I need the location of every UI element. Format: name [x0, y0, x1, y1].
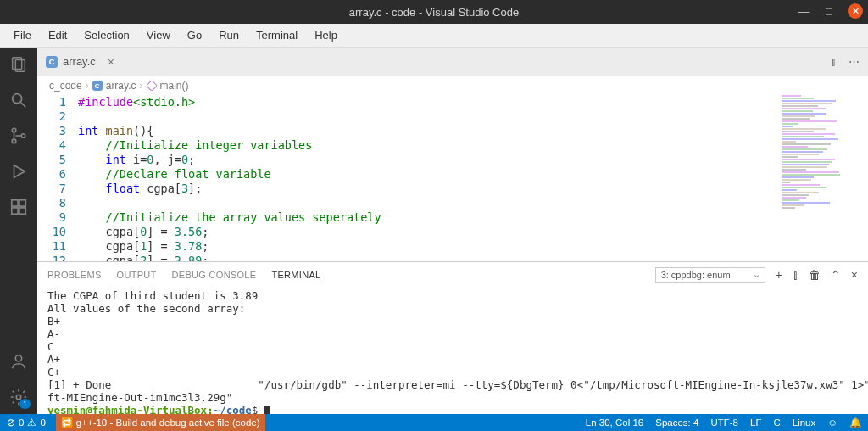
- panel-tabbar: PROBLEMSOUTPUTDEBUG CONSOLETERMINAL 3: c…: [37, 262, 868, 288]
- tab-close-icon[interactable]: ×: [108, 55, 114, 69]
- bottom-panel: PROBLEMSOUTPUTDEBUG CONSOLETERMINAL 3: c…: [37, 261, 868, 414]
- terminal-selector[interactable]: 3: cppdbg: enum: [655, 267, 765, 283]
- status-encoding[interactable]: UTF-8: [710, 417, 738, 428]
- tab-filename: array.c: [63, 55, 96, 68]
- menu-selection[interactable]: Selection: [75, 25, 137, 45]
- status-line-col[interactable]: Ln 30, Col 16: [586, 417, 643, 428]
- svg-rect-14: [147, 81, 157, 91]
- feedback-icon[interactable]: ☺: [827, 417, 837, 428]
- window-title: array.c - code - Visual Studio Code: [349, 6, 519, 19]
- run-debug-icon[interactable]: [8, 161, 29, 182]
- status-errors[interactable]: ⊘ 0 ⚠ 0: [7, 417, 46, 428]
- breadcrumbs[interactable]: c_code › C array.c › main(): [37, 76, 868, 95]
- chevron-right-icon: ›: [140, 80, 143, 92]
- svg-point-4: [12, 128, 16, 132]
- explorer-icon[interactable]: [8, 54, 29, 75]
- breadcrumb-file[interactable]: array.c: [106, 80, 136, 92]
- status-language[interactable]: C: [773, 417, 780, 428]
- code-editor[interactable]: 1234567891011121314 #include<stdio.h>int…: [37, 95, 868, 261]
- status-indent[interactable]: Spaces: 4: [655, 417, 698, 428]
- svg-point-13: [16, 395, 21, 400]
- new-terminal-icon[interactable]: +: [776, 268, 782, 282]
- editor-area: C array.c × ⫿ ⋯ c_code › C array.c › mai…: [37, 48, 868, 414]
- panel-tab-output[interactable]: OUTPUT: [117, 270, 157, 280]
- menu-run[interactable]: Run: [210, 25, 248, 45]
- breadcrumb-symbol[interactable]: main(): [160, 80, 189, 92]
- status-debug-task[interactable]: 🔁 g++-10 - Build and debug active file (…: [56, 414, 265, 431]
- more-actions-icon[interactable]: ⋯: [849, 55, 860, 68]
- terminal-output[interactable]: The CGPA of third student is 3.89All val…: [37, 288, 868, 414]
- maximize-button[interactable]: □: [822, 4, 836, 18]
- svg-point-5: [12, 139, 16, 143]
- c-file-icon: C: [92, 81, 103, 91]
- menu-view[interactable]: View: [138, 25, 179, 45]
- menu-edit[interactable]: Edit: [40, 25, 75, 45]
- settings-icon[interactable]: 1: [8, 387, 29, 407]
- extensions-icon[interactable]: [8, 197, 29, 217]
- menu-help[interactable]: Help: [306, 25, 346, 45]
- svg-rect-9: [19, 200, 25, 206]
- source-control-icon[interactable]: [8, 126, 29, 146]
- split-terminal-icon[interactable]: ⫿: [793, 268, 798, 282]
- svg-point-6: [21, 134, 25, 138]
- menu-go[interactable]: Go: [179, 25, 210, 45]
- menubar: FileEditSelectionViewGoRunTerminalHelp: [0, 24, 868, 48]
- svg-rect-8: [12, 200, 18, 206]
- symbol-function-icon: [147, 81, 157, 91]
- svg-rect-11: [19, 208, 25, 214]
- activitybar: 1: [0, 48, 37, 414]
- panel-tab-terminal[interactable]: TERMINAL: [271, 270, 320, 283]
- accounts-icon[interactable]: [8, 351, 29, 372]
- svg-line-3: [21, 103, 26, 108]
- search-icon[interactable]: [8, 90, 29, 110]
- close-panel-icon[interactable]: ×: [851, 268, 858, 282]
- svg-rect-10: [12, 208, 18, 214]
- minimize-button[interactable]: —: [797, 4, 810, 18]
- c-file-icon: C: [46, 56, 58, 68]
- line-gutter: 1234567891011121314: [37, 95, 78, 261]
- status-eol[interactable]: LF: [750, 417, 761, 428]
- window-controls: — □ ✕: [797, 3, 863, 19]
- panel-tab-debug-console[interactable]: DEBUG CONSOLE: [172, 270, 257, 280]
- editor-tabbar: C array.c × ⫿ ⋯: [37, 48, 868, 76]
- menu-file[interactable]: File: [5, 25, 40, 45]
- svg-marker-7: [14, 165, 25, 178]
- main-area: 1 C array.c × ⫿ ⋯ c_code › C array.c ›: [0, 48, 868, 414]
- notifications-icon[interactable]: 🔔: [849, 417, 861, 428]
- panel-tab-problems[interactable]: PROBLEMS: [47, 270, 102, 280]
- chevron-right-icon: ›: [86, 80, 89, 92]
- editor-tab[interactable]: C array.c ×: [37, 48, 123, 76]
- svg-point-12: [15, 355, 21, 361]
- split-editor-icon[interactable]: ⫿: [831, 55, 837, 68]
- menu-terminal[interactable]: Terminal: [248, 25, 306, 45]
- status-os[interactable]: Linux: [793, 417, 816, 428]
- close-button[interactable]: ✕: [848, 3, 863, 19]
- settings-badge: 1: [19, 399, 31, 409]
- svg-point-2: [13, 94, 22, 104]
- code-content[interactable]: #include<stdio.h>int main(){ //Initializ…: [78, 95, 868, 261]
- breadcrumb-folder[interactable]: c_code: [49, 80, 82, 92]
- titlebar: array.c - code - Visual Studio Code — □ …: [0, 0, 868, 24]
- chevron-up-icon[interactable]: ⌃: [831, 268, 841, 282]
- statusbar: ⊘ 0 ⚠ 0 🔁 g++-10 - Build and debug activ…: [0, 414, 868, 431]
- trash-icon[interactable]: 🗑: [809, 268, 821, 282]
